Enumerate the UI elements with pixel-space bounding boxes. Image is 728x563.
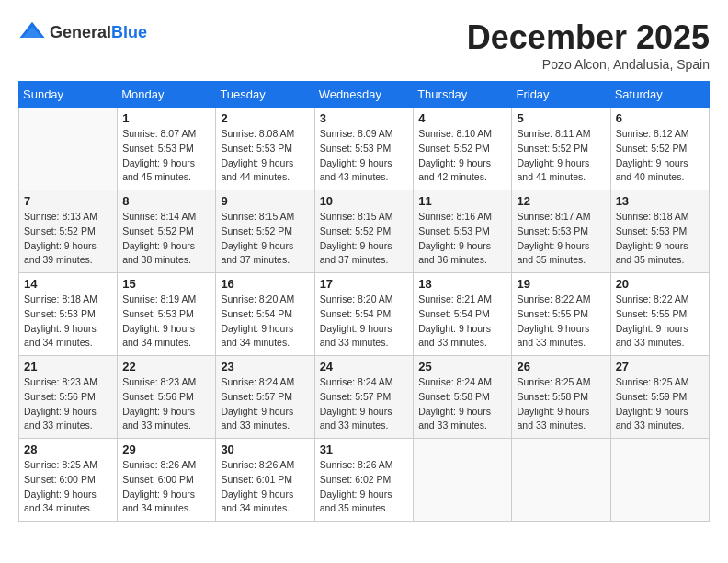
calendar-day-cell	[19, 108, 118, 190]
calendar-day-cell: 31Sunrise: 8:26 AMSunset: 6:02 PMDayligh…	[314, 439, 414, 522]
day-number: 14	[24, 277, 112, 291]
day-info: Sunrise: 8:25 AMSunset: 5:59 PMDaylight:…	[616, 375, 704, 433]
day-number: 24	[320, 360, 409, 373]
day-number: 7	[24, 194, 112, 208]
calendar-day-cell: 10Sunrise: 8:15 AMSunset: 5:52 PMDayligh…	[314, 190, 414, 273]
calendar-week-row: 21Sunrise: 8:23 AMSunset: 5:56 PMDayligh…	[19, 356, 710, 439]
day-number: 10	[320, 194, 409, 208]
day-info: Sunrise: 8:19 AMSunset: 5:53 PMDaylight:…	[122, 293, 210, 350]
day-number: 18	[418, 277, 506, 291]
calendar-day-cell: 29Sunrise: 8:26 AMSunset: 6:00 PMDayligh…	[118, 439, 216, 522]
day-info: Sunrise: 8:08 AMSunset: 5:53 PMDaylight:…	[221, 127, 309, 185]
day-info: Sunrise: 8:07 AMSunset: 5:53 PMDaylight:…	[122, 127, 210, 185]
day-info: Sunrise: 8:25 AMSunset: 6:00 PMDaylight:…	[24, 458, 112, 516]
day-number: 26	[517, 360, 605, 373]
page-header: GeneralBlue December 2025 Pozo Alcon, An…	[18, 18, 710, 72]
day-number: 5	[517, 111, 605, 125]
calendar-day-cell: 12Sunrise: 8:17 AMSunset: 5:53 PMDayligh…	[512, 190, 610, 273]
day-of-week-header: Monday	[118, 82, 216, 108]
calendar-day-cell: 4Sunrise: 8:10 AMSunset: 5:52 PMDaylight…	[414, 108, 512, 190]
calendar-day-cell: 22Sunrise: 8:23 AMSunset: 5:56 PMDayligh…	[118, 356, 216, 439]
calendar-day-cell	[610, 439, 709, 522]
day-info: Sunrise: 8:10 AMSunset: 5:52 PMDaylight:…	[418, 127, 506, 185]
month-title: December 2025	[467, 18, 710, 57]
calendar-day-cell: 24Sunrise: 8:24 AMSunset: 5:57 PMDayligh…	[314, 356, 414, 439]
day-of-week-header: Sunday	[19, 82, 118, 108]
day-info: Sunrise: 8:24 AMSunset: 5:58 PMDaylight:…	[418, 375, 506, 433]
calendar-day-cell: 16Sunrise: 8:20 AMSunset: 5:54 PMDayligh…	[216, 273, 314, 356]
calendar-day-cell: 5Sunrise: 8:11 AMSunset: 5:52 PMDaylight…	[512, 108, 610, 190]
calendar-day-cell: 9Sunrise: 8:15 AMSunset: 5:52 PMDaylight…	[216, 190, 314, 273]
day-of-week-header: Tuesday	[216, 82, 314, 108]
day-info: Sunrise: 8:14 AMSunset: 5:52 PMDaylight:…	[122, 210, 210, 268]
day-info: Sunrise: 8:24 AMSunset: 5:57 PMDaylight:…	[221, 375, 309, 433]
day-number: 22	[122, 360, 210, 373]
day-info: Sunrise: 8:15 AMSunset: 5:52 PMDaylight:…	[320, 210, 409, 268]
day-number: 31	[320, 442, 409, 456]
day-number: 23	[221, 360, 309, 373]
day-of-week-header: Friday	[512, 82, 610, 108]
calendar-day-cell: 28Sunrise: 8:25 AMSunset: 6:00 PMDayligh…	[19, 439, 118, 522]
calendar-day-cell: 13Sunrise: 8:18 AMSunset: 5:53 PMDayligh…	[610, 190, 709, 273]
day-number: 25	[418, 360, 506, 373]
day-info: Sunrise: 8:23 AMSunset: 5:56 PMDaylight:…	[122, 375, 210, 433]
day-info: Sunrise: 8:20 AMSunset: 5:54 PMDaylight:…	[221, 293, 309, 350]
day-number: 29	[122, 442, 210, 456]
day-info: Sunrise: 8:18 AMSunset: 5:53 PMDaylight:…	[616, 210, 704, 268]
day-number: 1	[122, 111, 210, 125]
calendar-day-cell: 1Sunrise: 8:07 AMSunset: 5:53 PMDaylight…	[118, 108, 216, 190]
day-number: 15	[122, 277, 210, 291]
day-of-week-header: Thursday	[414, 82, 512, 108]
calendar-table: SundayMondayTuesdayWednesdayThursdayFrid…	[18, 81, 710, 522]
day-number: 12	[517, 194, 605, 208]
day-number: 27	[616, 360, 704, 373]
calendar-day-cell: 7Sunrise: 8:13 AMSunset: 5:52 PMDaylight…	[19, 190, 118, 273]
calendar-day-cell: 26Sunrise: 8:25 AMSunset: 5:58 PMDayligh…	[512, 356, 610, 439]
calendar-day-cell: 11Sunrise: 8:16 AMSunset: 5:53 PMDayligh…	[414, 190, 512, 273]
day-number: 13	[616, 194, 704, 208]
day-info: Sunrise: 8:16 AMSunset: 5:53 PMDaylight:…	[418, 210, 506, 268]
day-info: Sunrise: 8:13 AMSunset: 5:52 PMDaylight:…	[24, 210, 112, 268]
day-info: Sunrise: 8:15 AMSunset: 5:52 PMDaylight:…	[221, 210, 309, 268]
day-number: 16	[221, 277, 309, 291]
day-info: Sunrise: 8:18 AMSunset: 5:53 PMDaylight:…	[24, 293, 112, 350]
calendar-day-cell: 17Sunrise: 8:20 AMSunset: 5:54 PMDayligh…	[314, 273, 414, 356]
logo-text-blue: Blue	[111, 23, 147, 41]
day-number: 2	[221, 111, 309, 125]
calendar-day-cell: 23Sunrise: 8:24 AMSunset: 5:57 PMDayligh…	[216, 356, 314, 439]
day-number: 4	[418, 111, 506, 125]
day-info: Sunrise: 8:21 AMSunset: 5:54 PMDaylight:…	[418, 293, 506, 350]
calendar-day-cell: 21Sunrise: 8:23 AMSunset: 5:56 PMDayligh…	[19, 356, 118, 439]
calendar-day-cell: 3Sunrise: 8:09 AMSunset: 5:53 PMDaylight…	[314, 108, 414, 190]
day-number: 20	[616, 277, 704, 291]
day-info: Sunrise: 8:17 AMSunset: 5:53 PMDaylight:…	[517, 210, 605, 268]
day-info: Sunrise: 8:26 AMSunset: 6:00 PMDaylight:…	[122, 458, 210, 516]
calendar-day-cell: 6Sunrise: 8:12 AMSunset: 5:52 PMDaylight…	[610, 108, 709, 190]
calendar-day-cell: 15Sunrise: 8:19 AMSunset: 5:53 PMDayligh…	[118, 273, 216, 356]
calendar-day-cell: 20Sunrise: 8:22 AMSunset: 5:55 PMDayligh…	[610, 273, 709, 356]
day-number: 6	[616, 111, 704, 125]
day-info: Sunrise: 8:23 AMSunset: 5:56 PMDaylight:…	[24, 375, 112, 433]
title-block: December 2025 Pozo Alcon, Andalusia, Spa…	[467, 18, 710, 72]
day-number: 28	[24, 442, 112, 456]
calendar-day-cell: 18Sunrise: 8:21 AMSunset: 5:54 PMDayligh…	[414, 273, 512, 356]
day-number: 21	[24, 360, 112, 373]
day-number: 17	[320, 277, 409, 291]
day-of-week-header: Saturday	[610, 82, 709, 108]
day-number: 30	[221, 442, 309, 456]
day-info: Sunrise: 8:12 AMSunset: 5:52 PMDaylight:…	[616, 127, 704, 185]
calendar-week-row: 14Sunrise: 8:18 AMSunset: 5:53 PMDayligh…	[19, 273, 710, 356]
logo-text-general: General	[50, 23, 111, 41]
calendar-day-cell	[414, 439, 512, 522]
day-info: Sunrise: 8:24 AMSunset: 5:57 PMDaylight:…	[320, 375, 409, 433]
day-number: 9	[221, 194, 309, 208]
day-info: Sunrise: 8:26 AMSunset: 6:01 PMDaylight:…	[221, 458, 309, 516]
calendar-day-cell	[512, 439, 610, 522]
calendar-day-cell: 19Sunrise: 8:22 AMSunset: 5:55 PMDayligh…	[512, 273, 610, 356]
day-info: Sunrise: 8:20 AMSunset: 5:54 PMDaylight:…	[320, 293, 409, 350]
calendar-week-row: 1Sunrise: 8:07 AMSunset: 5:53 PMDaylight…	[19, 108, 710, 190]
calendar-week-row: 28Sunrise: 8:25 AMSunset: 6:00 PMDayligh…	[19, 439, 710, 522]
day-number: 19	[517, 277, 605, 291]
day-of-week-header: Wednesday	[314, 82, 414, 108]
day-info: Sunrise: 8:25 AMSunset: 5:58 PMDaylight:…	[517, 375, 605, 433]
